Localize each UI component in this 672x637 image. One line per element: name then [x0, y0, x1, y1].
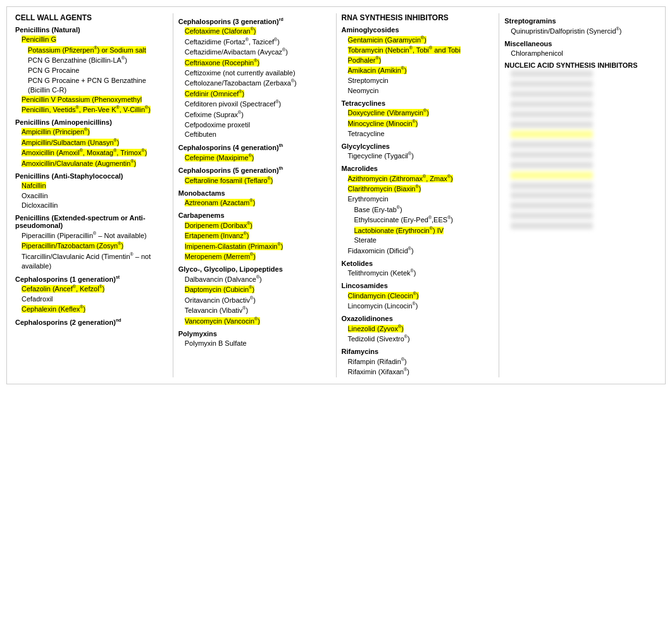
item-text: PCN G Procaine	[28, 66, 79, 74]
blurred-item	[511, 111, 593, 118]
item-text: Tigecycline (Tygacil®)	[348, 152, 414, 160]
list-item	[504, 202, 657, 211]
section-header-ceph3: Cephalosporins (3 generation)rd	[178, 17, 331, 25]
list-item: Ceftizoxime (not currently available)	[178, 68, 331, 78]
list-item: Rifaximin (Xifaxan®)	[342, 367, 494, 377]
item-text: Ceftaroline fosamil (Teflaro®)	[185, 177, 273, 184]
blurred-item	[511, 161, 593, 168]
section-header-nucleic-acid: NUCLEIC ACID SYNTHESIS INHIBITORS	[504, 61, 657, 69]
blurred-item	[511, 121, 593, 128]
list-item: Meropenem (Merrem®)	[178, 252, 331, 262]
list-item: Minocycline (Minocin®)	[342, 118, 494, 129]
section-header-pen-natural: Penicillins (Natural)	[15, 26, 168, 34]
list-item: Oxacillin	[15, 191, 168, 201]
item-text: PCN G Procaine + PCN G Benzathine (Bicil…	[28, 77, 146, 94]
main-container: CELL WALL AGENTSPenicillins (Natural)Pen…	[0, 0, 672, 637]
list-item: Piperacillin (Piperacillin® – Not availa…	[15, 230, 168, 241]
list-item	[504, 91, 657, 100]
list-item: Quinupristin/Dalfopristin (Synercid®)	[504, 26, 657, 36]
item-text: Telithromycin (Ketek®)	[348, 269, 416, 277]
column-col2: Cephalosporins (3 generation)rdCefotaxim…	[173, 13, 337, 377]
list-item: Cefditoren pivoxil (Spectracef®)	[178, 99, 331, 110]
list-item: Ticarcillin/Clavulanic Acid (Timentin® –…	[15, 251, 168, 270]
item-text: Oritavancin (Orbactiv®)	[185, 296, 256, 304]
item-text: Piperacillin (Piperacillin® – Not availa…	[22, 232, 147, 239]
list-item: Ethylsuccinate (Ery-Ped®,EES®)	[342, 215, 494, 225]
list-item	[504, 130, 657, 141]
item-text: Ceftazidime/Avibactam (Avycaz®)	[185, 48, 288, 56]
section-header-pen-anti-staph: Penicillins (Anti-Staphylococcal)	[15, 172, 168, 180]
item-text: Doripenem (Doribax®)	[185, 222, 252, 229]
item-text: Doxycycline (Vibramycin®)	[348, 109, 429, 117]
list-item: Dalbavancin (Dalvance®)	[178, 274, 331, 284]
blurred-item	[511, 130, 593, 138]
section-header-carbapenems: Carbapenems	[178, 211, 331, 219]
section-header-macrolides: Macrolides	[342, 165, 494, 172]
section-header-pen-amino: Penicillins (Aminopenicillins)	[15, 118, 168, 126]
list-item: Clarithromycin (Biaxin®)	[342, 184, 494, 194]
item-text: Dicloxacillin	[22, 201, 58, 209]
item-text: Ceftolozane/Tazobactam (Zerbaxa®)	[185, 79, 297, 87]
item-text: Amoxicillin/Clavulanate (Augmentin®)	[22, 160, 136, 167]
item-text: Cefdinir (Omnicef®)	[185, 90, 244, 98]
item-text: Tetracycline	[348, 130, 385, 137]
column-col1: CELL WALL AGENTSPenicillins (Natural)Pen…	[10, 13, 173, 377]
list-item: Ceftazidime/Avibactam (Avycaz®)	[178, 47, 331, 58]
col-header-col3: RNA SYNTHESIS INHIBITORS	[342, 13, 494, 22]
list-item: Sterate	[342, 236, 494, 245]
list-item: Cephalexin (Keflex®)	[15, 305, 168, 315]
list-item	[504, 192, 657, 201]
item-text: Ceftazidime (Fortaz®, Tazicef®)	[185, 38, 280, 46]
item-text: Cefazolin (Ancef®, Kefzol®)	[22, 285, 104, 293]
list-item: Penicillin G	[15, 35, 168, 44]
item-text: Sterate	[354, 236, 376, 244]
item-text: Clindamycin (Cleocin®)	[348, 292, 419, 300]
section-header-aminoglycosides: Aminoglycosides	[342, 26, 494, 34]
item-text: Amikacin (Amikin®)	[348, 66, 407, 74]
list-item: Ceftolozane/Tazobactam (Zerbaxa®)	[178, 79, 331, 89]
item-text: Gentamicin (Garamycin®)	[348, 36, 426, 44]
item-text: Cephalexin (Keflex®)	[22, 305, 85, 313]
section-header-ceph5: Cephalosporins (5 generation)th	[178, 166, 331, 174]
item-text: Ceftibuten	[185, 130, 216, 138]
list-item: Gentamicin (Garamycin®)	[342, 35, 494, 45]
blurred-item	[511, 101, 593, 108]
item-text: Cefpodoxime proxetil	[185, 121, 250, 129]
list-item: Linezolid (Zyvox®)	[342, 324, 494, 334]
item-text: Piperacillin/Tazobactam (Zosyn®)	[22, 242, 123, 249]
list-item	[504, 101, 657, 110]
list-item: Oritavancin (Orbactiv®)	[178, 295, 331, 305]
item-text: Telavancin (Vibativ®)	[185, 306, 248, 314]
list-item: Ceftibuten	[178, 130, 331, 139]
item-text: Rifampin (Rifadin®)	[348, 358, 407, 365]
item-text: Ceftizoxime (not currently available)	[185, 69, 296, 77]
list-item: Erythromycin	[342, 194, 494, 204]
list-item: Lactobionate (Erythrocin®) IV	[342, 225, 494, 236]
list-item: Ampicillin (Principen®)	[15, 127, 168, 137]
section-header-oxazolidinones: Oxazolidinones	[342, 315, 494, 322]
list-item	[504, 222, 657, 232]
list-item: Neomycin	[342, 86, 494, 96]
item-text: Fidaxomicin (Dificid®)	[348, 247, 414, 255]
item-text: Ampicillin/Sulbactam (Unasyn®)	[22, 139, 119, 146]
section-header-polymyxins: Polymyxins	[178, 330, 331, 337]
blurred-item	[511, 212, 593, 219]
list-item: Azithromycin (Zithromax®, Zmax®)	[342, 173, 494, 184]
list-item: Amoxicillin (Amoxil®, Moxatag®, Trimox®)	[15, 148, 168, 158]
col-header-col1: CELL WALL AGENTS	[15, 13, 168, 22]
list-item: Streptomycin	[342, 76, 494, 85]
item-text: Nafcillin	[22, 182, 46, 189]
section-header-rifamycins: Rifamycins	[342, 348, 494, 355]
item-text: Ethylsuccinate (Ery-Ped®,EES®)	[354, 216, 453, 224]
section-header-tetracyclines: Tetracyclines	[342, 99, 494, 107]
list-item: Cefepime (Maxipime®)	[178, 153, 331, 163]
list-item: Amoxicillin/Clavulanate (Augmentin®)	[15, 158, 168, 168]
blurred-item	[511, 172, 593, 179]
section-header-ceph1: Cephalosporins (1 generation)st	[15, 275, 168, 283]
list-item: Ceftazidime (Fortaz®, Tazicef®)	[178, 37, 331, 47]
item-text: Neomycin	[348, 87, 379, 94]
item-text: Potassium (Pfizerpen®) or Sodium salt	[28, 46, 146, 54]
item-text: Quinupristin/Dalfopristin (Synercid®)	[511, 27, 621, 35]
list-item: Telavancin (Vibativ®)	[178, 306, 331, 316]
list-item: Nafcillin	[15, 181, 168, 191]
